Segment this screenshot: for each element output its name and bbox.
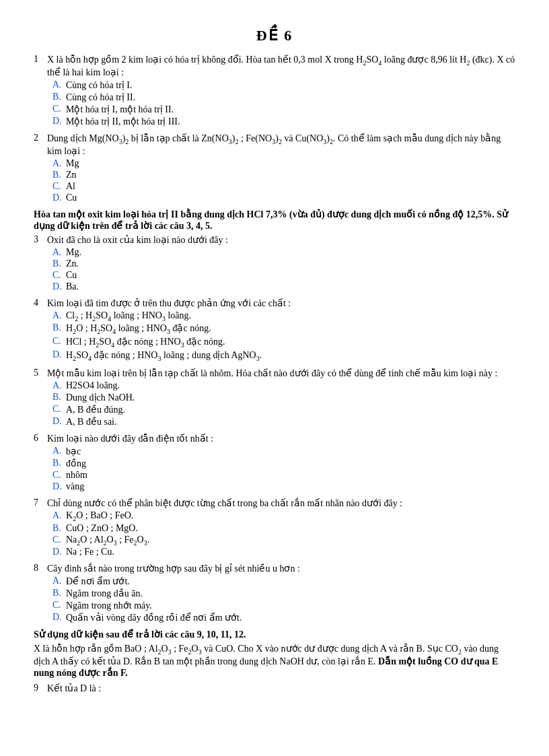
question-3: 3 Oxit đã cho là oxit của kim loại nào d… (34, 234, 515, 292)
option-text: H2SO4 đặc nóng ; HNO3 loãng ; dung dịch … (66, 349, 515, 362)
list-item: C. Al (52, 181, 515, 192)
q9-text: Kết tủa D là : (47, 683, 515, 694)
option-text: Một hóa trị II, một hóa trị III. (66, 116, 515, 127)
q3-text: Oxit đã cho là oxit của kim loại nào dướ… (47, 234, 515, 246)
list-item: D. vàng (52, 481, 515, 492)
option-label: A. (52, 576, 63, 587)
option-label: B. (52, 392, 63, 403)
list-item: A. Để nơi ẩm ướt. (52, 576, 515, 587)
option-text: Ngâm trong dầu ăn. (66, 588, 515, 599)
option-text: vàng (66, 481, 515, 492)
q7-num: 7 (34, 497, 43, 509)
list-item: B. CuO ; ZnO ; MgO. (52, 523, 515, 534)
question-9: 9 Kết tủa D là : (34, 683, 515, 694)
list-item: B. Zn. (52, 259, 515, 269)
option-text: Dung dịch NaOH. (66, 392, 515, 403)
option-text: Na2O ; Al2O3 ; Fe2O3. (66, 535, 515, 547)
option-text: HCl ; H2SO4 đặc nóng ; HNO3 đặc nóng. (66, 336, 515, 349)
option-text: Ba. (66, 281, 515, 292)
option-label: D. (52, 116, 63, 127)
q6-num: 6 (34, 433, 43, 444)
q8-num: 8 (34, 563, 43, 574)
list-item: A. H2SO4 loãng. (52, 380, 515, 391)
option-text: đồng (66, 458, 515, 469)
list-item: D. Cu (52, 193, 515, 203)
q4-num: 4 (34, 298, 43, 309)
list-item: B. Cùng có hóa trị II. (52, 92, 515, 103)
option-label: C. (52, 470, 63, 481)
list-item: A. Mg (52, 158, 515, 169)
option-label: B. (52, 170, 63, 180)
q1-text: X là hỗn hợp gồm 2 kim loại có hóa trị k… (47, 54, 515, 78)
option-label: C. (52, 270, 63, 281)
list-item: D. Một hóa trị II, một hóa trị III. (52, 116, 515, 127)
option-text: A, B đều đúng. (66, 404, 515, 415)
option-label: B. (52, 588, 63, 599)
question-4: 4 Kim loại đã tìm được ở trên thu được p… (34, 298, 515, 362)
list-item: A. bạc (52, 446, 515, 457)
option-label: C. (52, 600, 63, 611)
scenario-text: X là hỗn hợp rắn gồm BaO ; Al2O3 ; Fe2O3… (34, 643, 515, 679)
q7-options: A. K2O ; BaO ; FeO. B. CuO ; ZnO ; MgO. … (52, 510, 515, 558)
option-label: C. (52, 336, 63, 349)
q4-options: A. Cl2 ; H2SO4 loãng ; HNO3 loãng. B. H2… (52, 310, 515, 362)
q1-num: 1 (34, 54, 43, 78)
option-text: H2O ; H2SO4 loãng ; HNO3 đặc nóng. (66, 322, 515, 335)
list-item: C. nhôm (52, 470, 515, 481)
option-text: Cùng có hóa trị I. (66, 79, 515, 91)
option-text: Zn. (66, 259, 515, 269)
option-label: B. (52, 523, 63, 534)
option-text: nhôm (66, 470, 515, 481)
option-label: D. (52, 349, 63, 362)
option-text: Ngâm trong nhớt máy. (66, 600, 515, 611)
list-item: A. Cùng có hóa trị I. (52, 79, 515, 91)
list-item: C. Ngâm trong nhớt máy. (52, 600, 515, 611)
option-text: Mg (66, 158, 515, 169)
option-label: C. (52, 104, 63, 115)
option-label: B. (52, 458, 63, 469)
q8-options: A. Để nơi ẩm ướt. B. Ngâm trong dầu ăn. … (52, 576, 515, 623)
option-label: D. (52, 193, 63, 203)
option-text: Zn (66, 170, 515, 180)
option-text: H2SO4 loãng. (66, 380, 515, 391)
q7-text: Chỉ dùng nước có thể phân biệt được từng… (47, 497, 515, 509)
option-label: D. (52, 416, 63, 427)
q5-options: A. H2SO4 loãng. B. Dung dịch NaOH. C. A,… (52, 380, 515, 427)
bold-instruction-1: Hòa tan một oxit kim loại hóa trị II bằn… (34, 209, 515, 232)
q2-options: A. Mg B. Zn C. Al D. Cu (52, 158, 515, 203)
option-text: Na ; Fe ; Cu. (66, 547, 515, 557)
q2-text: Dung dịch Mg(NO3)2 bị lẫn tạp chất là Zn… (47, 133, 515, 157)
q2-num: 2 (34, 133, 43, 157)
option-text: K2O ; BaO ; FeO. (66, 510, 515, 522)
q3-options: A. Mg. B. Zn. C. Cu D. Ba. (52, 247, 515, 292)
bold-instruction-2: Sử dụng dữ kiện sau để trả lời các câu 9… (34, 629, 515, 640)
list-item: B. đồng (52, 458, 515, 469)
q6-text: Kim loại nào dưới đây dẫn điện tốt nhất … (47, 433, 515, 444)
list-item: D. Ba. (52, 281, 515, 292)
option-label: D. (52, 547, 63, 557)
option-label: A. (52, 510, 63, 522)
option-label: D. (52, 612, 63, 623)
option-label: C. (52, 181, 63, 192)
list-item: B. Zn (52, 170, 515, 180)
q4-text: Kim loại đã tìm được ở trên thu được phả… (47, 298, 515, 309)
option-label: A. (52, 247, 63, 258)
list-item: C. Một hóa trị I, một hóa trị II. (52, 104, 515, 115)
question-5: 5 Một mẫu kim loại trên bị lẫn tạp chất … (34, 368, 515, 427)
option-text: Cu (66, 193, 515, 203)
option-label: D. (52, 281, 63, 292)
option-label: C. (52, 404, 63, 415)
option-text: Quấn vải vòng dây đồng rồi để nơi ẩm ướt… (66, 612, 515, 623)
q9-num: 9 (34, 683, 43, 694)
option-text: Cu (66, 270, 515, 281)
option-label: B. (52, 259, 63, 269)
question-6: 6 Kim loại nào dưới đây dẫn điện tốt nhấ… (34, 433, 515, 492)
list-item: A. Cl2 ; H2SO4 loãng ; HNO3 loãng. (52, 310, 515, 322)
option-label: A. (52, 158, 63, 169)
option-label: B. (52, 92, 63, 103)
scenario-bold: Dẫn một luồng CO dư qua E nung nóng được… (34, 656, 498, 678)
list-item: A. Mg. (52, 247, 515, 258)
option-label: A. (52, 380, 63, 391)
option-text: A, B đều sai. (66, 416, 515, 427)
page-title: ĐỀ 6 (34, 27, 515, 44)
